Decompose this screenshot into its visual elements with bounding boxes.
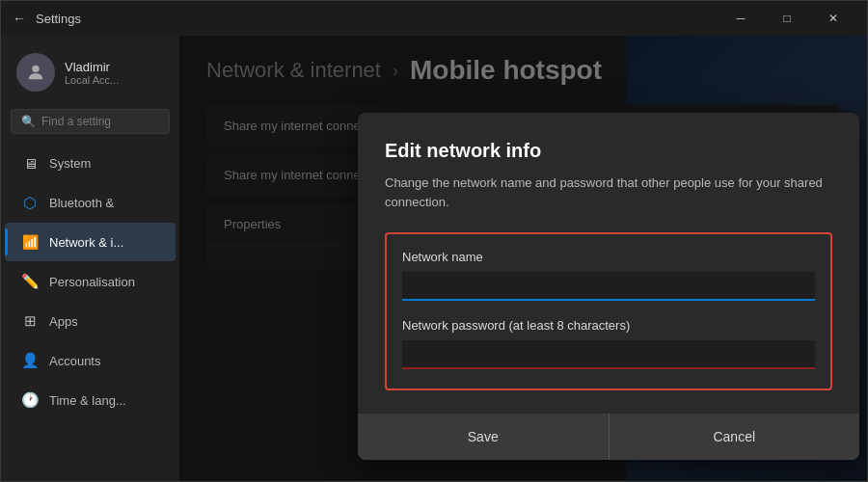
sidebar-item-personalisation[interactable]: ✏️ Personalisation <box>5 262 176 301</box>
sidebar-item-accounts[interactable]: 👤 Accounts <box>5 341 176 380</box>
sidebar-item-label-network: Network & i... <box>49 235 123 250</box>
sidebar-item-bluetooth[interactable]: ⬡ Bluetooth & <box>5 183 176 222</box>
user-profile[interactable]: Vladimir Local Acc... <box>1 43 179 101</box>
svg-point-0 <box>32 66 39 72</box>
save-button[interactable]: Save <box>358 414 609 460</box>
window-controls: ─ □ ✕ <box>719 1 855 36</box>
network-password-label: Network password (at least 8 characters) <box>402 318 815 333</box>
restore-button[interactable]: □ <box>765 1 809 36</box>
window-title: Settings <box>36 12 81 26</box>
back-button[interactable]: ← <box>13 11 26 26</box>
sidebar-item-label-bluetooth: Bluetooth & <box>49 196 114 210</box>
network-name-input[interactable] <box>402 272 815 301</box>
main-layout: Vladimir Local Acc... 🔍 Find a setting 🖥… <box>1 36 867 481</box>
user-info: Vladimir Local Acc... <box>65 60 119 86</box>
network-password-input[interactable] <box>402 340 815 369</box>
network-name-label: Network name <box>402 250 815 264</box>
sidebar-item-apps[interactable]: ⊞ Apps <box>5 302 176 340</box>
sidebar-item-label-apps: Apps <box>49 314 78 329</box>
close-button[interactable]: ✕ <box>811 1 855 36</box>
user-sub: Local Acc... <box>65 74 119 86</box>
search-icon: 🔍 <box>21 115 36 128</box>
modal-actions: Save Cancel <box>358 414 859 460</box>
form-group-network-password: Network password (at least 8 characters) <box>402 318 815 369</box>
cancel-button[interactable]: Cancel <box>609 414 860 460</box>
avatar <box>16 53 55 92</box>
main-content-area: Network & internet › Mobile hotspot Shar… <box>179 36 867 481</box>
settings-window: ← Settings ─ □ ✕ Vladimir Local Acc... <box>0 0 868 482</box>
system-icon: 🖥 <box>20 153 40 173</box>
titlebar: ← Settings ─ □ ✕ <box>1 1 867 36</box>
network-icon: 📶 <box>20 232 40 252</box>
user-name: Vladimir <box>65 60 119 74</box>
sidebar-item-network[interactable]: 📶 Network & i... <box>5 223 176 261</box>
minimize-button[interactable]: ─ <box>719 1 763 36</box>
sidebar-item-time[interactable]: 🕐 Time & lang... <box>5 381 176 419</box>
edit-network-modal: Edit network info Change the network nam… <box>358 113 859 460</box>
search-box[interactable]: 🔍 Find a setting <box>11 109 170 134</box>
sidebar-item-system[interactable]: 🖥 System <box>5 144 176 182</box>
modal-description: Change the network name and password tha… <box>385 174 832 211</box>
search-placeholder: Find a setting <box>41 115 111 128</box>
modal-overlay: Edit network info Change the network nam… <box>179 36 867 481</box>
sidebar-item-label-time: Time & lang... <box>49 393 126 408</box>
sidebar-item-label-personalisation: Personalisation <box>49 275 135 289</box>
sidebar: Vladimir Local Acc... 🔍 Find a setting 🖥… <box>1 36 179 481</box>
form-group-network-name: Network name <box>402 250 815 301</box>
accounts-icon: 👤 <box>20 351 40 370</box>
modal-title: Edit network info <box>385 140 832 162</box>
sidebar-item-label-system: System <box>49 156 91 171</box>
form-section: Network name Network password (at least … <box>385 232 832 390</box>
time-icon: 🕐 <box>20 390 40 410</box>
bluetooth-icon: ⬡ <box>20 193 40 212</box>
personalisation-icon: ✏️ <box>20 272 40 291</box>
apps-icon: ⊞ <box>20 311 40 331</box>
sidebar-item-label-accounts: Accounts <box>49 354 100 368</box>
